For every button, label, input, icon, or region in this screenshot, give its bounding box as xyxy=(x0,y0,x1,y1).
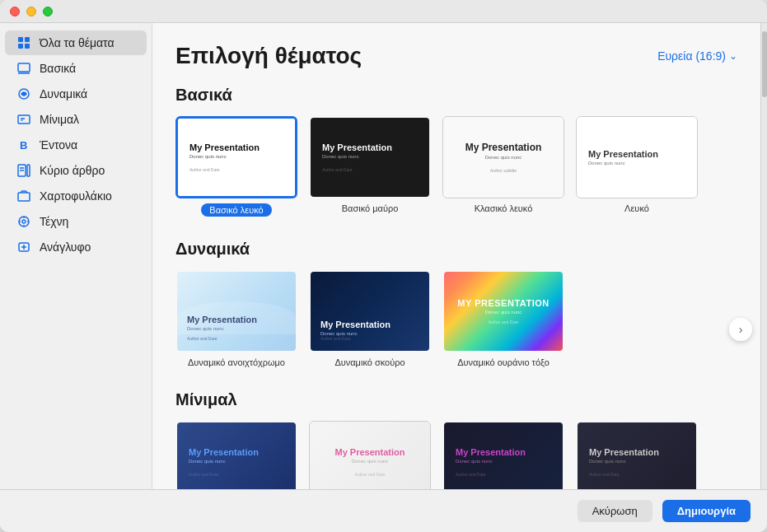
sidebar-item-dynamic[interactable]: Δυναμικά xyxy=(5,82,147,106)
slide-title-black: My Presentation xyxy=(322,142,418,152)
sidebar: Όλα τα θέματα Βασικά xyxy=(0,23,152,489)
template-dynamic-dark[interactable]: My Presentation Donec quis nunc Author a… xyxy=(309,270,431,367)
slide-author-mlight: Author and Date xyxy=(355,472,385,477)
grid-icon xyxy=(16,35,31,50)
close-button[interactable] xyxy=(10,7,20,16)
sidebar-item-all[interactable]: Όλα τα θέματα xyxy=(5,30,147,55)
template-thumb-minimal-blue: My Presentation Donec quis nunc Author a… xyxy=(175,421,297,489)
content-area: Επιλογή θέματος Ευρεία (16:9) ⌄ Βασικά xyxy=(152,23,760,489)
scroll-thumb[interactable] xyxy=(762,31,767,97)
basic-templates-grid: My Presentation Donec quis nunc Author a… xyxy=(175,116,737,217)
template-minimal-grey[interactable]: My Presentation Donec quis nunc Author a… xyxy=(576,421,698,489)
slide-author-mgrey: Author and Date xyxy=(589,472,685,477)
sidebar-item-embossed[interactable]: Ανάγλυφο xyxy=(5,235,147,259)
bold-icon: B xyxy=(16,138,31,152)
sidebar-item-bold[interactable]: B Έντονα xyxy=(5,133,147,157)
aspect-label: Ευρεία (16:9) xyxy=(657,49,726,63)
sidebar-item-minimal[interactable]: Μίνιμαλ xyxy=(5,107,147,132)
minimal-section-title: Μίνιμαλ xyxy=(175,390,737,409)
slide-subtitle-mgrey: Donec quis nunc xyxy=(589,459,685,464)
template-thumb-minimal-dark: My Presentation Donec quis nunc Author a… xyxy=(442,421,564,489)
art-icon xyxy=(16,214,31,229)
template-thumb-dynamic-rainbow: MY PRESENTATION Donec quis nunc Author a… xyxy=(442,270,564,352)
sidebar-item-editorial[interactable]: Κύριο άρθρο xyxy=(5,158,147,183)
slide-author-classic: Author subtitle xyxy=(490,168,517,173)
template-label-dynamic-rainbow: Δυναμικό ουράνιο τόξο xyxy=(457,357,550,367)
svg-rect-4 xyxy=(18,63,30,72)
minimal-section: Μίνιμαλ My Presentation Donec quis nunc … xyxy=(175,390,737,489)
template-label-classic-white: Κλασικό λευκό xyxy=(475,203,533,213)
slide-author-mdark: Author and Date xyxy=(456,472,551,477)
template-dynamic-rainbow[interactable]: MY PRESENTATION Donec quis nunc Author a… xyxy=(442,270,564,367)
sidebar-item-basic[interactable]: Βασικά xyxy=(5,56,147,81)
slide-title-mdark: My Presentation xyxy=(456,447,551,457)
svg-rect-12 xyxy=(27,165,30,176)
dynamic-section-title: Δυναμικά xyxy=(175,240,737,259)
slide-author-mblue: Author and Date xyxy=(189,472,284,477)
svg-rect-7 xyxy=(18,115,30,124)
template-minimal-light[interactable]: My Presentation Donec quis nunc Author a… xyxy=(309,421,431,489)
template-basic-black[interactable]: My Presentation Donec quis nunc Author a… xyxy=(309,116,431,217)
portfolio-icon xyxy=(16,189,31,203)
slide-subtitle: Donec quis nunc xyxy=(189,154,283,159)
footer: Ακύρωση Δημιουργία xyxy=(0,489,767,532)
sidebar-item-portfolio[interactable]: Χαρτοφυλάκιο xyxy=(5,184,147,208)
content-header: Επιλογή θέματος Ευρεία (16:9) ⌄ xyxy=(175,43,737,69)
slide-title-ddark: My Presentation xyxy=(320,320,419,329)
minimal-templates-grid: My Presentation Donec quis nunc Author a… xyxy=(175,421,737,489)
svg-point-17 xyxy=(22,220,26,223)
basic-icon xyxy=(16,61,31,76)
template-classic-white[interactable]: My Presentation Donec quis nunc Author s… xyxy=(442,116,564,217)
template-white[interactable]: My Presentation Donec quis nunc Λευκό xyxy=(576,116,698,217)
page-title: Επιλογή θέματος xyxy=(175,43,362,69)
minimal-icon xyxy=(16,112,31,127)
main-window: Όλα τα θέματα Βασικά xyxy=(0,0,767,532)
slide-title-mblue: My Presentation xyxy=(189,447,284,457)
main-layout: Όλα τα θέματα Βασικά xyxy=(0,23,767,489)
svg-rect-15 xyxy=(18,193,30,201)
cancel-button[interactable]: Ακύρωση xyxy=(578,500,652,522)
template-thumb-classic-white: My Presentation Donec quis nunc Author s… xyxy=(442,116,564,198)
template-dynamic-light[interactable]: My Presentation Donec quis nunc Author a… xyxy=(175,270,297,367)
slide-subtitle-classic: Donec quis nunc xyxy=(485,155,522,160)
create-button[interactable]: Δημιουργία xyxy=(662,500,751,522)
svg-rect-3 xyxy=(25,44,30,49)
template-label-dynamic-light: Δυναμικό ανοιχτόχρωμο xyxy=(188,357,285,367)
slide-subtitle-mdark: Donec quis nunc xyxy=(456,459,551,464)
slide-title-mlight: My Presentation xyxy=(335,447,405,457)
dynamic-section: Δυναμικά My Presentation Donec quis nunc… xyxy=(175,240,737,367)
slide-subtitle-black: Donec quis nunc xyxy=(322,154,418,159)
sidebar-item-art[interactable]: Τέχνη xyxy=(5,209,147,234)
template-thumb-white: My Presentation Donec quis nunc xyxy=(576,116,698,198)
scrollbar[interactable] xyxy=(760,23,767,489)
slide-title-mgrey: My Presentation xyxy=(589,447,685,457)
template-label-basic-black: Βασικό μαύρο xyxy=(342,203,399,213)
slide-author-rainbow: Author and Date xyxy=(489,320,518,324)
dynamic-icon xyxy=(16,86,31,101)
slide-title-rainbow: MY PRESENTATION xyxy=(457,298,549,308)
embossed-icon xyxy=(16,240,31,254)
minimize-button[interactable] xyxy=(26,7,36,16)
template-label-basic-white: Βασικό λευκό xyxy=(201,203,271,217)
slide-title: My Presentation xyxy=(189,142,283,152)
fullscreen-button[interactable] xyxy=(43,7,53,16)
sidebar-item-editorial-label: Κύριο άρθρο xyxy=(40,164,105,177)
svg-rect-1 xyxy=(25,37,30,42)
template-basic-white[interactable]: My Presentation Donec quis nunc Author a… xyxy=(175,116,297,217)
sidebar-item-minimal-label: Μίνιμαλ xyxy=(40,113,79,126)
slide-subtitle-mblue: Donec quis nunc xyxy=(189,459,284,464)
slide-title-classic: My Presentation xyxy=(465,142,542,153)
svg-rect-2 xyxy=(18,44,23,49)
svg-text:B: B xyxy=(20,139,27,152)
basic-section-title: Βασικά xyxy=(175,86,737,105)
aspect-selector[interactable]: Ευρεία (16:9) ⌄ xyxy=(657,49,737,63)
chevron-down-icon: ⌄ xyxy=(729,50,737,62)
template-minimal-dark[interactable]: My Presentation Donec quis nunc Author a… xyxy=(442,421,564,489)
sidebar-item-bold-label: Έντονα xyxy=(40,138,77,152)
template-thumb-minimal-light: My Presentation Donec quis nunc Author a… xyxy=(309,421,431,489)
scroll-right-arrow[interactable]: › xyxy=(729,318,752,341)
sidebar-item-portfolio-label: Χαρτοφυλάκιο xyxy=(40,189,112,203)
template-minimal-blue[interactable]: My Presentation Donec quis nunc Author a… xyxy=(175,421,297,489)
template-thumb-dynamic-light: My Presentation Donec quis nunc Author a… xyxy=(175,270,297,352)
svg-rect-0 xyxy=(18,37,23,42)
